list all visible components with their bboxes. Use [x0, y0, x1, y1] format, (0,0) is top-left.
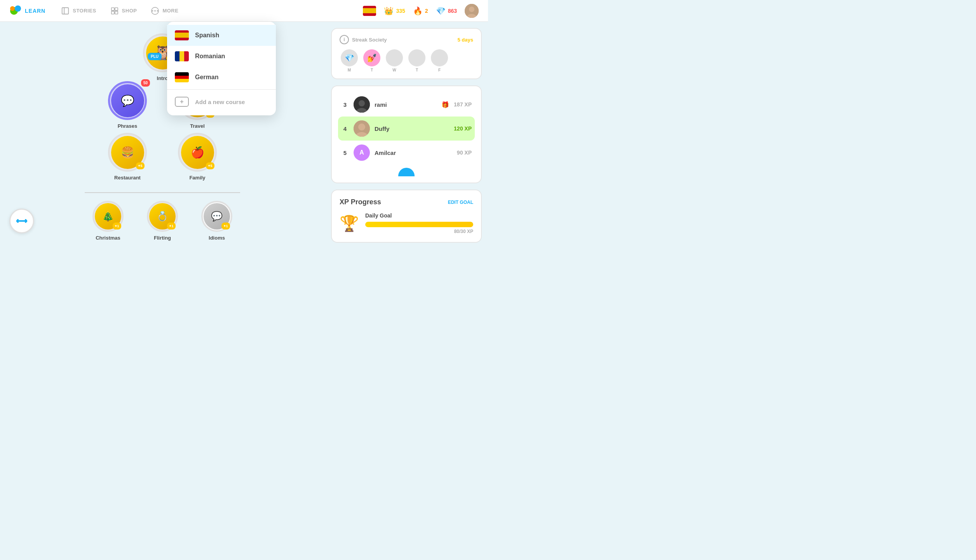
language-dropdown: Spanish Romanian German + Add a new cour… — [167, 22, 276, 115]
spanish-label: Spanish — [195, 32, 219, 39]
xp-progress-text: 80/30 XP — [365, 229, 473, 234]
svg-point-9 — [152, 10, 153, 12]
svg-point-10 — [155, 10, 156, 12]
streak-day-1: 💎 M — [340, 49, 359, 72]
streak-day-4: T — [407, 49, 427, 72]
idioms-badge: 1 — [221, 223, 230, 230]
skill-family[interactable]: 🍎 5 Family — [178, 133, 217, 181]
shop-icon — [110, 7, 119, 15]
skill-phrases[interactable]: 💬 Phrases — [108, 81, 147, 129]
nav-stories[interactable]: STORIES — [61, 7, 96, 15]
nav-shop[interactable]: SHOP — [110, 7, 137, 15]
more-icon — [151, 7, 159, 15]
restaurant-circle-outer: 🍔 5 — [108, 133, 147, 172]
svg-point-2 — [10, 6, 15, 11]
nav-items: STORIES SHOP MORE — [61, 7, 363, 15]
nav-stories-label: STORIES — [73, 8, 96, 14]
lb-row-4: 4 Duffy 120 XP — [338, 117, 475, 141]
add-course-label: Add a new course — [195, 99, 245, 105]
lb-avatar-rami — [354, 96, 370, 113]
logo-icon — [9, 5, 22, 17]
lb-more — [338, 168, 475, 176]
xp-goal-row: 🏆 Daily Goal 80/30 XP — [340, 212, 473, 234]
fire-stat: 🔥 2 — [413, 6, 428, 16]
christmas-badge: 1 — [113, 223, 121, 230]
streak-card: i Streak Society 5 days 💎 M 💅 T W — [331, 28, 482, 79]
streak-info-icon[interactable]: i — [340, 35, 349, 44]
svg-point-22 — [359, 100, 365, 106]
user-avatar[interactable] — [465, 4, 479, 18]
dropdown-item-german[interactable]: German — [167, 67, 276, 88]
svg-rect-3 — [62, 7, 69, 14]
lb-name-amilcar: Amilcar — [375, 150, 452, 156]
lb-rank-4: 4 — [341, 125, 349, 132]
crown-icon: 👑 — [384, 6, 394, 16]
lb-badge-rami: 🎁 — [441, 101, 449, 108]
gem-count: 863 — [448, 8, 457, 14]
fifty-badge[interactable]: 50 — [141, 79, 150, 87]
plus-button[interactable]: PLU — [148, 53, 162, 60]
xp-title: XP Progress — [340, 198, 381, 206]
lb-rank-3: 3 — [341, 101, 349, 108]
family-label: Family — [189, 175, 205, 181]
gem-stat: 💎 863 — [436, 6, 457, 16]
nav-more-label: MORE — [162, 8, 178, 14]
lb-name-rami: rami — [375, 101, 437, 108]
streak-days: 5 days — [458, 37, 473, 43]
skill-restaurant[interactable]: 🍔 5 Restaurant — [108, 133, 147, 181]
dropdown-item-spanish[interactable]: Spanish — [167, 25, 276, 46]
skill-idioms[interactable]: 💬 1 Idioms — [201, 201, 232, 241]
lb-avatar-amilcar: A — [354, 144, 370, 161]
fire-count: 2 — [425, 8, 428, 14]
phrases-label: Phrases — [118, 123, 138, 129]
dropdown-divider — [167, 89, 276, 90]
nav-more[interactable]: MORE — [151, 7, 178, 15]
christmas-label: Christmas — [96, 235, 120, 241]
spanish-flag — [175, 30, 189, 40]
svg-rect-7 — [111, 11, 114, 14]
christmas-circle-outer: 🎄 1 — [92, 201, 124, 232]
streak-label-2: T — [371, 68, 373, 72]
logo[interactable]: LEARN — [9, 5, 45, 17]
navbar: LEARN STORIES SHOP — [0, 0, 488, 22]
flirting-circle-outer: 💍 1 — [147, 201, 178, 232]
xp-goal-label: Daily Goal — [365, 212, 473, 219]
xp-progress-bar — [365, 222, 473, 227]
edit-goal-button[interactable]: EDIT GOAL — [448, 200, 473, 205]
logo-label: LEARN — [25, 8, 45, 14]
language-flag[interactable] — [363, 6, 376, 16]
streak-label-4: T — [416, 68, 418, 72]
streak-circle-4 — [408, 49, 425, 66]
skill-christmas[interactable]: 🎄 1 Christmas — [92, 201, 124, 241]
add-course-item[interactable]: + Add a new course — [167, 91, 276, 112]
streak-header: i Streak Society 5 days — [340, 35, 473, 44]
romanian-flag — [175, 51, 189, 61]
german-label: German — [195, 74, 218, 81]
streak-stat: 👑 335 — [384, 6, 405, 16]
restaurant-badge: 5 — [136, 162, 145, 169]
nav-right: 👑 335 🔥 2 💎 863 — [363, 4, 479, 18]
dumbbell-button[interactable] — [9, 209, 34, 233]
streak-icons: 💎 M 💅 T W T F — [340, 49, 473, 72]
skill-divider — [85, 192, 240, 193]
lb-avatar-duffy — [354, 120, 370, 137]
streak-label-3: W — [392, 68, 396, 72]
book-icon — [61, 7, 70, 15]
intro-label: Intro — [157, 75, 168, 81]
svg-rect-5 — [111, 7, 114, 10]
avatar-image — [465, 4, 479, 18]
dropdown-item-romanian[interactable]: Romanian — [167, 46, 276, 67]
idioms-circle-outer: 💬 1 — [201, 201, 232, 232]
travel-label: Travel — [190, 123, 205, 129]
streak-label-5: F — [438, 68, 441, 72]
phrases-circle-inner: 💬 — [111, 84, 144, 117]
skill-row-3: 🎄 1 Christmas 💍 1 Flirting 💬 1 — [92, 201, 232, 241]
gem-icon: 💎 — [436, 6, 446, 16]
svg-rect-20 — [26, 220, 27, 222]
add-icon: + — [175, 97, 189, 107]
streak-day-3: W — [385, 49, 404, 72]
skill-flirting[interactable]: 💍 1 Flirting — [147, 201, 178, 241]
lb-name-duffy: Duffy — [375, 125, 449, 132]
flirting-label: Flirting — [154, 235, 171, 241]
streak-label-1: M — [348, 68, 351, 72]
